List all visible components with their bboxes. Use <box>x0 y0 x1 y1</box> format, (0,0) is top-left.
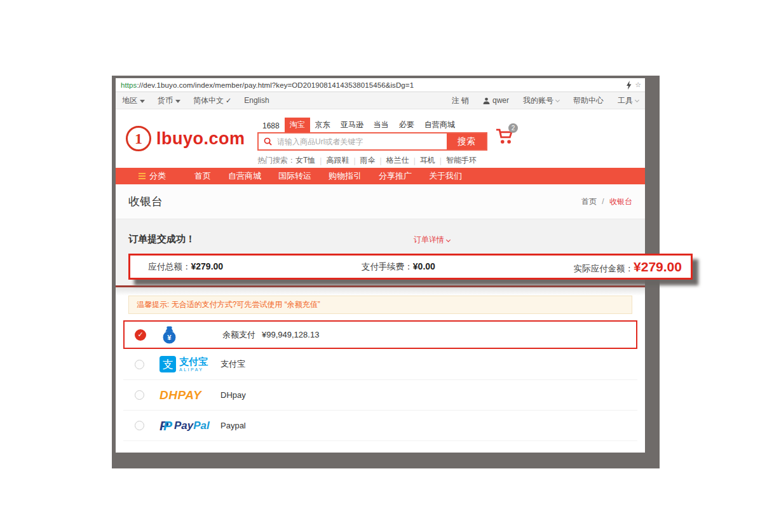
balance-amount: ¥99,949,128.13 <box>262 330 319 339</box>
tab-dangdang[interactable]: 当当 <box>369 118 394 132</box>
hot-item[interactable]: 格兰仕 <box>386 155 409 166</box>
payment-name: 支付宝 <box>221 358 245 370</box>
logo-wordmark: lbuyo.com <box>156 129 245 149</box>
nav-intl-shipping[interactable]: 国际转运 <box>278 170 311 182</box>
site-header: 1 lbuyo.com 1688 淘宝 京东 亚马逊 当当 必要 自营商城 <box>116 109 645 168</box>
payment-fee: 支付手续费： ¥0.00 <box>362 261 435 273</box>
payment-option-partial[interactable] <box>123 440 637 453</box>
cart-badge: 2 <box>508 123 518 133</box>
radio-icon[interactable] <box>135 421 144 430</box>
payment-option-alipay[interactable]: 支 支付宝 ALIPAY 支付宝 <box>123 349 637 379</box>
nav-shopping-guide[interactable]: 购物指引 <box>329 170 362 182</box>
tab-1688[interactable]: 1688 <box>257 119 285 132</box>
tab-self-mall[interactable]: 自营商城 <box>419 118 460 132</box>
page: https://dev.1buyo.com/index/member/pay.h… <box>0 0 760 532</box>
tools-menu[interactable]: 工具 <box>618 95 639 106</box>
tab-biyao[interactable]: 必要 <box>394 118 419 132</box>
order-success-title: 订单提交成功！ <box>128 233 195 245</box>
payment-option-paypal[interactable]: PP PayPal Paypal <box>123 410 637 440</box>
user-icon <box>483 97 490 104</box>
hot-item[interactable]: 女T恤 <box>295 155 315 166</box>
dhpay-logo: DHPAY <box>159 388 221 402</box>
help-center-link[interactable]: 帮助中心 <box>573 95 604 106</box>
search-block: 1688 淘宝 京东 亚马逊 当当 必要 自营商城 搜索 热门搜索： <box>257 118 487 166</box>
menu-icon <box>139 172 146 181</box>
payment-name: 余额支付 <box>222 329 255 341</box>
search-source-tabs: 1688 淘宝 京东 亚马逊 当当 必要 自营商城 <box>257 118 487 132</box>
payable-total: 应付总额： ¥279.00 <box>148 261 223 273</box>
payment-method-list: ✓ ¥ 余额支付 ¥99,949,128.13 <box>123 320 637 453</box>
breadcrumb-current: 收银台 <box>609 197 632 206</box>
order-detail-toggle[interactable]: 订单详情 <box>414 235 450 245</box>
utility-bar: 地区 货币 简体中文✓ English 注 销 qwer 我的账号 帮助中心 工… <box>116 92 645 109</box>
main-nav: 分类 首页 自营商城 国际转运 购物指引 分享推广 关于我们 <box>116 168 645 184</box>
payment-panel: 温馨提示: 无合适的支付方式?可先尝试使用 “余额充值” ✓ ¥ <box>116 285 645 453</box>
tab-taobao[interactable]: 淘宝 <box>285 118 310 132</box>
breadcrumb-row: 收银台 首页 / 收银台 <box>116 184 645 219</box>
nav-about-us[interactable]: 关于我们 <box>429 170 462 182</box>
search-box: 搜索 <box>257 132 487 151</box>
nav-self-mall[interactable]: 自营商城 <box>228 170 261 182</box>
breadcrumb: 首页 / 收银台 <box>581 196 632 207</box>
hot-search-label: 热门搜索： <box>257 155 295 166</box>
star-icon[interactable]: ☆ <box>635 81 641 89</box>
radio-selected-icon[interactable]: ✓ <box>135 329 146 341</box>
search-button[interactable]: 搜索 <box>447 133 486 149</box>
chevron-down-icon <box>140 100 145 103</box>
chevron-down-icon <box>175 100 180 103</box>
payment-option-balance[interactable]: ✓ ¥ 余额支付 ¥99,949,128.13 <box>123 320 637 349</box>
check-icon: ✓ <box>226 97 231 104</box>
lang-chinese[interactable]: 简体中文✓ <box>193 95 231 106</box>
logout-link[interactable]: 注 销 <box>452 95 469 106</box>
page-title: 收银台 <box>128 194 163 209</box>
actual-amount: 实际应付金额： ¥279.00 <box>574 259 682 275</box>
hot-item[interactable]: 智能手环 <box>446 155 477 166</box>
svg-text:¥: ¥ <box>167 333 172 341</box>
nav-share-promo[interactable]: 分享推广 <box>379 170 412 182</box>
chevron-down-icon <box>635 97 639 102</box>
payment-option-dhpay[interactable]: DHPAY DHpay <box>123 379 637 410</box>
region-menu[interactable]: 地区 <box>122 95 145 106</box>
nav-home[interactable]: 首页 <box>194 170 211 182</box>
payment-name: Paypal <box>221 421 246 430</box>
lang-english[interactable]: English <box>244 96 269 105</box>
moneybag-icon: ¥ <box>161 326 177 344</box>
hot-search-row: 热门搜索： 女T恤| 高跟鞋| 雨伞| 格兰仕| 耳机| 智能手环 <box>257 155 487 166</box>
url-bar: https://dev.1buyo.com/index/member/pay.h… <box>116 78 645 92</box>
nav-category-menu[interactable]: 分类 <box>139 170 194 182</box>
chevron-down-icon <box>446 237 451 242</box>
paypal-logo: PP PayPal <box>159 419 221 432</box>
cart-button[interactable]: 2 <box>496 128 515 147</box>
amounts-highlight-box: 应付总额： ¥279.00 支付手续费： ¥0.00 实际应付金额： ¥279.… <box>128 254 693 280</box>
address-url[interactable]: https://dev.1buyo.com/index/member/pay.h… <box>121 81 414 89</box>
user-menu[interactable]: qwer <box>483 96 509 105</box>
search-icon <box>264 137 272 146</box>
notice-banner: 温馨提示: 无合适的支付方式?可先尝试使用 “余额充值” <box>128 296 632 314</box>
radio-icon[interactable] <box>135 390 144 400</box>
breadcrumb-home[interactable]: 首页 <box>581 197 597 206</box>
site-logo[interactable]: 1 lbuyo.com <box>126 126 245 151</box>
hot-item[interactable]: 耳机 <box>420 155 435 166</box>
my-account-menu[interactable]: 我的账号 <box>523 95 559 106</box>
radio-icon[interactable] <box>135 360 144 369</box>
tab-amazon[interactable]: 亚马逊 <box>336 118 369 132</box>
currency-menu[interactable]: 货币 <box>158 95 180 106</box>
chevron-down-icon <box>555 97 560 102</box>
lightning-icon[interactable] <box>626 81 632 90</box>
payment-name: DHpay <box>221 390 246 400</box>
hot-item[interactable]: 高跟鞋 <box>326 155 349 166</box>
tab-jd[interactable]: 京东 <box>310 118 336 132</box>
alipay-logo: 支 支付宝 ALIPAY <box>159 356 221 372</box>
hot-item[interactable]: 雨伞 <box>360 155 376 166</box>
logo-mark-icon: 1 <box>126 126 151 151</box>
search-input[interactable] <box>277 137 447 146</box>
